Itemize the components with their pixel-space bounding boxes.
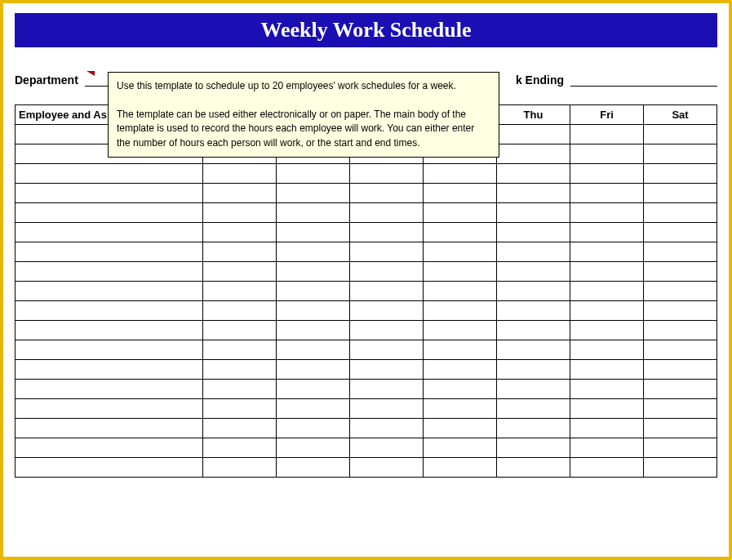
table-cell[interactable] (350, 340, 424, 360)
table-cell[interactable] (16, 321, 203, 340)
table-cell[interactable] (203, 301, 277, 321)
table-cell[interactable] (644, 203, 717, 223)
week-ending-input-line[interactable] (570, 72, 717, 87)
table-cell[interactable] (424, 399, 497, 419)
table-cell[interactable] (16, 340, 203, 360)
table-cell[interactable] (350, 164, 424, 184)
table-cell[interactable] (497, 223, 570, 242)
table-cell[interactable] (350, 321, 424, 340)
table-cell[interactable] (424, 360, 497, 380)
table-cell[interactable] (277, 184, 350, 203)
table-cell[interactable] (570, 399, 644, 419)
table-cell[interactable] (350, 223, 424, 242)
table-cell[interactable] (497, 301, 570, 321)
table-cell[interactable] (203, 184, 277, 203)
table-cell[interactable] (350, 458, 424, 478)
table-cell[interactable] (644, 164, 717, 184)
table-cell[interactable] (203, 458, 277, 478)
table-cell[interactable] (16, 399, 203, 419)
table-cell[interactable] (203, 340, 277, 360)
table-cell[interactable] (497, 144, 570, 164)
table-cell[interactable] (16, 203, 203, 223)
table-cell[interactable] (644, 144, 717, 164)
table-cell[interactable] (497, 242, 570, 262)
table-cell[interactable] (350, 282, 424, 301)
table-cell[interactable] (644, 399, 717, 419)
table-cell[interactable] (350, 184, 424, 203)
table-cell[interactable] (497, 184, 570, 203)
table-cell[interactable] (570, 360, 644, 380)
table-cell[interactable] (203, 399, 277, 419)
table-cell[interactable] (644, 301, 717, 321)
table-cell[interactable] (277, 242, 350, 262)
table-cell[interactable] (277, 301, 350, 321)
table-cell[interactable] (570, 340, 644, 360)
table-cell[interactable] (570, 438, 644, 458)
table-cell[interactable] (570, 380, 644, 399)
table-cell[interactable] (497, 360, 570, 380)
table-cell[interactable] (644, 262, 717, 282)
table-cell[interactable] (203, 419, 277, 438)
table-cell[interactable] (350, 242, 424, 262)
table-cell[interactable] (644, 340, 717, 360)
table-cell[interactable] (203, 262, 277, 282)
table-cell[interactable] (16, 282, 203, 301)
table-cell[interactable] (570, 321, 644, 340)
table-cell[interactable] (570, 184, 644, 203)
table-cell[interactable] (16, 458, 203, 478)
table-cell[interactable] (350, 301, 424, 321)
table-cell[interactable] (644, 380, 717, 399)
table-cell[interactable] (277, 380, 350, 399)
table-cell[interactable] (570, 419, 644, 438)
table-cell[interactable] (203, 360, 277, 380)
table-cell[interactable] (277, 321, 350, 340)
table-cell[interactable] (277, 262, 350, 282)
table-cell[interactable] (570, 125, 644, 144)
table-cell[interactable] (203, 321, 277, 340)
table-cell[interactable] (277, 438, 350, 458)
table-cell[interactable] (350, 262, 424, 282)
table-cell[interactable] (16, 184, 203, 203)
table-cell[interactable] (424, 262, 497, 282)
table-cell[interactable] (424, 419, 497, 438)
table-cell[interactable] (424, 458, 497, 478)
table-cell[interactable] (16, 223, 203, 242)
table-cell[interactable] (497, 458, 570, 478)
table-cell[interactable] (16, 360, 203, 380)
table-cell[interactable] (277, 360, 350, 380)
table-cell[interactable] (424, 438, 497, 458)
table-cell[interactable] (350, 203, 424, 223)
table-cell[interactable] (644, 458, 717, 478)
table-cell[interactable] (277, 282, 350, 301)
table-cell[interactable] (424, 321, 497, 340)
table-cell[interactable] (350, 399, 424, 419)
table-cell[interactable] (16, 242, 203, 262)
table-cell[interactable] (497, 125, 570, 144)
table-cell[interactable] (16, 164, 203, 184)
table-cell[interactable] (644, 223, 717, 242)
table-cell[interactable] (203, 380, 277, 399)
table-cell[interactable] (570, 203, 644, 223)
table-cell[interactable] (497, 419, 570, 438)
table-cell[interactable] (424, 380, 497, 399)
table-cell[interactable] (350, 360, 424, 380)
table-cell[interactable] (203, 223, 277, 242)
table-cell[interactable] (350, 438, 424, 458)
table-cell[interactable] (424, 301, 497, 321)
table-cell[interactable] (203, 282, 277, 301)
table-cell[interactable] (203, 164, 277, 184)
table-cell[interactable] (644, 282, 717, 301)
table-cell[interactable] (203, 242, 277, 262)
table-cell[interactable] (497, 203, 570, 223)
table-cell[interactable] (497, 340, 570, 360)
table-cell[interactable] (570, 301, 644, 321)
table-cell[interactable] (570, 164, 644, 184)
table-cell[interactable] (570, 458, 644, 478)
table-cell[interactable] (424, 203, 497, 223)
table-cell[interactable] (16, 262, 203, 282)
table-cell[interactable] (497, 380, 570, 399)
table-cell[interactable] (497, 438, 570, 458)
table-cell[interactable] (424, 164, 497, 184)
table-cell[interactable] (644, 419, 717, 438)
table-cell[interactable] (424, 340, 497, 360)
